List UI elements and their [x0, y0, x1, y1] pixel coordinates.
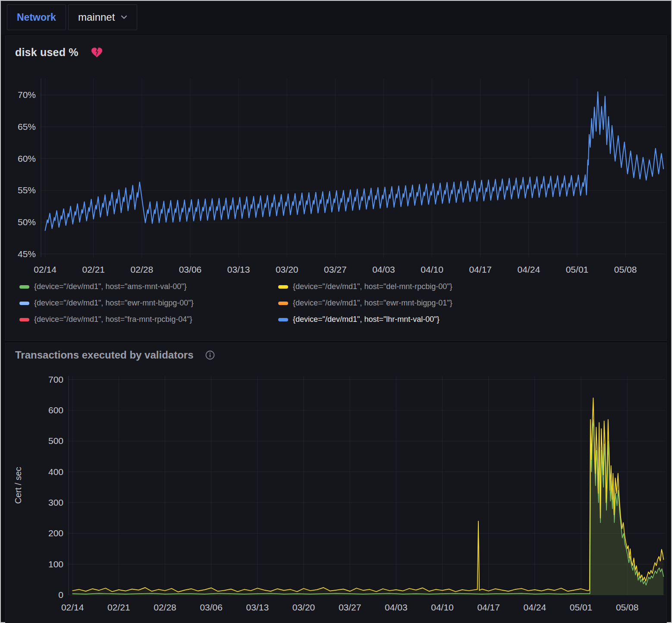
legend-swatch — [19, 302, 29, 305]
certs-per-sec-green-line — [72, 419, 663, 594]
x-tick-label: 04/24 — [518, 264, 540, 274]
x-tick-label: 03/13 — [246, 602, 269, 612]
y-tick-label: 50% — [18, 217, 36, 227]
legend-swatch — [278, 285, 288, 289]
network-variable-label: Network — [7, 4, 66, 30]
legend-swatch — [19, 318, 29, 321]
y-axis-label: Cert / sec — [13, 467, 23, 504]
legend-item-0[interactable]: {device="/dev/md1", host="ams-mnt-val-00… — [19, 282, 278, 291]
y-tick-label: 65% — [18, 122, 36, 132]
legend-label: {device="/dev/md1", host="ewr-mnt-bigpg-… — [293, 299, 452, 308]
legend-item-4[interactable]: {device="/dev/md1", host="fra-mnt-rpcbig… — [19, 315, 278, 324]
y-tick-label: 300 — [48, 497, 63, 507]
y-tick-label: 60% — [18, 154, 36, 164]
x-tick-label: 03/20 — [276, 264, 298, 274]
info-icon[interactable] — [205, 350, 215, 360]
x-tick-label: 04/03 — [385, 602, 408, 612]
x-tick-label: 04/17 — [469, 264, 492, 274]
x-tick-label: 02/28 — [154, 602, 176, 612]
x-tick-label: 03/27 — [324, 264, 347, 274]
y-tick-label: 45% — [18, 249, 36, 259]
x-tick-label: 04/10 — [431, 602, 454, 612]
x-tick-label: 03/20 — [292, 602, 315, 612]
disk-used-lhr-mnt-val-00-line — [45, 92, 664, 230]
transactions-chart[interactable]: 02/1402/2102/2803/0603/1303/2003/2704/03… — [8, 364, 664, 623]
legend-label: {device="/dev/md1", host="del-mnt-rpcbig… — [293, 282, 452, 291]
disk-used-panel: disk used % 02/1402/2102/2803/0603/1303/… — [5, 35, 667, 341]
legend-item-5[interactable]: {device="/dev/md1", host="lhr-mnt-val-00… — [278, 315, 657, 324]
x-tick-label: 02/21 — [82, 264, 105, 274]
x-tick-label: 05/08 — [616, 602, 639, 612]
panel-title-transactions[interactable]: Transactions executed by validators — [15, 349, 194, 361]
network-value: mainnet — [78, 11, 115, 23]
transactions-panel: Transactions executed by validators 02/1… — [5, 343, 667, 623]
disk-used-legend: {device="/dev/md1", host="ams-mnt-val-00… — [6, 280, 666, 324]
y-tick-label: 100 — [48, 559, 63, 569]
legend-label: {device="/dev/md1", host="ams-mnt-val-00… — [34, 282, 187, 291]
x-tick-label: 04/10 — [421, 264, 443, 274]
x-tick-label: 05/01 — [570, 602, 593, 612]
legend-label: {device="/dev/md1", host="ewr-mnt-bigpg-… — [34, 299, 194, 308]
x-tick-label: 03/06 — [179, 264, 202, 274]
legend-item-2[interactable]: {device="/dev/md1", host="ewr-mnt-bigpg-… — [19, 299, 278, 308]
certs-per-sec-yellow-fill — [72, 398, 663, 595]
x-tick-label: 02/21 — [107, 602, 130, 612]
x-tick-label: 05/01 — [566, 264, 589, 274]
x-tick-label: 02/28 — [131, 264, 154, 274]
heart-break-icon — [91, 47, 102, 58]
x-tick-label: 02/14 — [61, 602, 84, 612]
panel-title-disk-used[interactable]: disk used % — [15, 46, 79, 59]
chevron-down-icon — [121, 15, 127, 19]
certs-per-sec-green-fill — [72, 419, 663, 595]
x-tick-label: 02/14 — [34, 264, 57, 274]
transactions-svg: 02/1402/2102/2803/0603/1303/2003/2704/03… — [8, 364, 670, 622]
y-tick-label: 200 — [48, 528, 63, 538]
y-tick-label: 700 — [48, 374, 63, 384]
y-tick-label: 400 — [48, 467, 63, 477]
legend-swatch — [278, 318, 288, 321]
y-tick-label: 0 — [58, 590, 63, 600]
x-tick-label: 03/13 — [227, 264, 250, 274]
disk-used-svg: 02/1402/2102/2803/0603/1303/2003/2704/03… — [8, 75, 670, 278]
network-variable-dropdown[interactable]: mainnet — [68, 4, 137, 30]
legend-swatch — [278, 302, 288, 305]
x-tick-label: 04/03 — [372, 264, 395, 274]
variable-bar: Network mainnet — [1, 1, 671, 35]
legend-item-1[interactable]: {device="/dev/md1", host="del-mnt-rpcbig… — [278, 282, 657, 291]
x-tick-label: 03/27 — [339, 602, 361, 612]
y-tick-label: 70% — [18, 90, 36, 100]
disk-used-chart[interactable]: 02/1402/2102/2803/0603/1303/2003/2704/03… — [8, 75, 664, 280]
network-label: Network — [17, 12, 56, 23]
legend-item-3[interactable]: {device="/dev/md1", host="ewr-mnt-bigpg-… — [278, 299, 657, 308]
legend-swatch — [19, 285, 29, 289]
x-tick-label: 04/17 — [477, 602, 500, 612]
legend-label: {device="/dev/md1", host="lhr-mnt-val-00… — [293, 315, 440, 324]
certs-per-sec-yellow-line — [72, 398, 663, 592]
y-tick-label: 600 — [48, 405, 63, 415]
legend-label: {device="/dev/md1", host="fra-mnt-rpcbig… — [34, 315, 192, 324]
x-tick-label: 05/08 — [614, 264, 637, 274]
dashboard-frame: Network mainnet disk used % 02/1402/2102… — [0, 0, 672, 623]
y-tick-label: 55% — [18, 185, 36, 195]
x-tick-label: 04/24 — [524, 602, 546, 612]
y-tick-label: 500 — [48, 436, 63, 446]
x-tick-label: 03/06 — [200, 602, 223, 612]
